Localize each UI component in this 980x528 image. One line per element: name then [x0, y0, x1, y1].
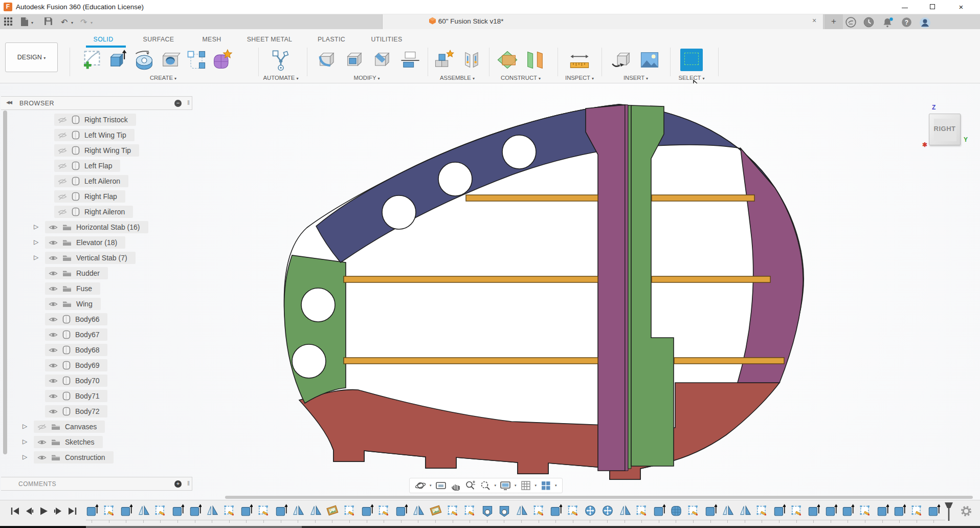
view-cube[interactable]: RIGHT	[929, 114, 961, 145]
browser-row[interactable]: Body70	[1, 373, 192, 388]
visibility-eye-off-icon[interactable]	[37, 424, 47, 430]
timeline-op-sketch-icon[interactable]	[464, 503, 476, 517]
browser-row[interactable]: Right Flap	[1, 189, 192, 204]
timeline-op-move-icon[interactable]	[584, 503, 596, 517]
visibility-eye-off-icon[interactable]	[58, 178, 67, 185]
timeline-op-extrude-icon[interactable]	[894, 503, 906, 517]
grid-settings-icon[interactable]	[520, 480, 531, 491]
grid-caret[interactable]: ▾	[535, 483, 537, 488]
visibility-eye-icon[interactable]	[49, 316, 58, 323]
zoom-window-caret[interactable]: ▾	[495, 483, 497, 488]
timeline-op-sketch-icon[interactable]	[567, 503, 580, 517]
timeline-op-sketch-icon[interactable]	[103, 503, 116, 517]
timeline-position-marker[interactable]	[944, 501, 954, 524]
expand-arrow-icon[interactable]: ▷	[34, 238, 38, 246]
timeline-op-extrude-icon[interactable]	[550, 503, 562, 517]
browser-row[interactable]: ▷Canvases	[1, 419, 192, 434]
browser-row[interactable]: Wing	[1, 296, 192, 312]
browser-row[interactable]: ▷Horizontal Stab (16)	[1, 219, 192, 235]
timeline-op-extrude-icon[interactable]	[172, 503, 184, 517]
browser-row[interactable]: Fuse	[1, 281, 192, 296]
look-at-icon[interactable]	[435, 480, 447, 491]
timeline-op-sketch-icon[interactable]	[636, 503, 648, 517]
expand-arrow-icon[interactable]: ▷	[23, 453, 27, 460]
browser-row[interactable]: Body69	[1, 358, 192, 373]
timeline-op-mirror-icon[interactable]	[206, 503, 218, 517]
timeline-op-mirror-icon[interactable]	[292, 503, 304, 517]
step-back-icon[interactable]	[25, 507, 34, 516]
timeline-op-sketch-icon[interactable]	[344, 503, 356, 517]
timeline-op-extrude-icon[interactable]	[877, 503, 889, 517]
timeline-op-sketch-icon[interactable]	[154, 503, 167, 517]
browser-row[interactable]: ▷Sketches	[1, 434, 192, 450]
visibility-eye-off-icon[interactable]	[58, 132, 67, 139]
visibility-eye-icon[interactable]	[37, 439, 47, 446]
browser-row[interactable]: ▷Elevator (18)	[1, 235, 192, 250]
timeline-op-form-icon[interactable]	[670, 503, 682, 517]
timeline-op-mirror-icon[interactable]	[516, 503, 528, 517]
visibility-eye-icon[interactable]	[49, 393, 58, 400]
timeline-op-hole-icon[interactable]	[498, 503, 510, 517]
visibility-eye-off-icon[interactable]	[58, 163, 67, 169]
expand-arrow-icon[interactable]: ▷	[34, 254, 38, 261]
visibility-eye-icon[interactable]	[37, 454, 47, 461]
browser-row[interactable]: Body66	[1, 312, 192, 327]
orbit-caret[interactable]: ▾	[430, 483, 432, 488]
timeline-op-sketch-icon[interactable]	[258, 503, 270, 517]
browser-row[interactable]: Body72	[1, 404, 192, 419]
browser-row[interactable]: Left Flap	[1, 158, 192, 173]
visibility-eye-icon[interactable]	[49, 224, 58, 231]
timeline-op-hole-icon[interactable]	[481, 503, 494, 517]
panel-drag-handle[interactable]: ‖	[187, 99, 190, 106]
browser-row[interactable]: Rudder	[1, 266, 192, 281]
timeline-op-sketch-icon[interactable]	[378, 503, 390, 517]
play-icon[interactable]	[39, 507, 49, 516]
browser-row[interactable]: Left Aileron	[1, 173, 192, 189]
browser-row[interactable]: Right Aileron	[1, 204, 192, 219]
timeline-op-extrude-icon[interactable]	[395, 503, 408, 517]
timeline-op-sketch-icon[interactable]	[756, 503, 768, 517]
timeline-op-extrude-icon[interactable]	[928, 503, 940, 517]
comments-drag-handle[interactable]: ‖	[187, 480, 190, 487]
pan-icon[interactable]	[450, 480, 461, 491]
timeline-op-extrude-icon[interactable]	[773, 503, 786, 517]
browser-row[interactable]: Body67	[1, 327, 192, 342]
timeline-op-mirror-icon[interactable]	[138, 503, 150, 517]
timeline-op-extrude-icon[interactable]	[240, 503, 253, 517]
timeline-op-canvas-icon[interactable]	[326, 503, 339, 517]
visibility-eye-icon[interactable]	[49, 255, 58, 261]
skip-to-end-icon[interactable]	[68, 507, 77, 516]
timeline-op-sketch-icon[interactable]	[911, 503, 923, 517]
browser-row[interactable]: Right Tristock	[1, 112, 192, 127]
browser-row[interactable]: Right Wing Tip	[1, 143, 192, 158]
visibility-eye-off-icon[interactable]	[58, 193, 67, 200]
browser-row[interactable]: ▷Construction	[1, 450, 192, 465]
timeline-op-extrude-icon[interactable]	[808, 503, 820, 517]
zoom-icon[interactable]	[465, 480, 476, 491]
timeline-settings-gear-icon[interactable]	[960, 504, 973, 518]
browser-header[interactable]: ◀◀ BROWSER − ‖	[1, 96, 192, 110]
timeline-op-mirror-icon[interactable]	[739, 503, 751, 517]
timeline-op-sketch-icon[interactable]	[224, 503, 236, 517]
viewports-icon[interactable]	[540, 480, 551, 491]
timeline-op-extrude-icon[interactable]	[653, 503, 665, 517]
timeline-op-move-icon[interactable]	[602, 503, 614, 517]
display-caret[interactable]: ▾	[515, 483, 517, 488]
timeline-op-extrude-icon[interactable]	[825, 503, 837, 517]
browser-scrollbar[interactable]	[3, 111, 7, 454]
expand-arrow-icon[interactable]: ▷	[23, 438, 27, 445]
visibility-eye-icon[interactable]	[49, 347, 58, 354]
add-comment-icon[interactable]: +	[174, 480, 182, 488]
timeline-op-sketch-icon[interactable]	[687, 503, 700, 517]
visibility-eye-icon[interactable]	[49, 362, 58, 369]
browser-row[interactable]: ▷Vertical Stab (7)	[1, 250, 192, 266]
timeline-op-mirror-icon[interactable]	[722, 503, 734, 517]
visibility-eye-off-icon[interactable]	[58, 209, 67, 215]
timeline-op-extrude-icon[interactable]	[705, 503, 717, 517]
visibility-eye-icon[interactable]	[49, 285, 58, 292]
timeline-op-sketch-icon[interactable]	[533, 503, 545, 517]
display-settings-icon[interactable]	[500, 480, 511, 491]
timeline-op-extrude-icon[interactable]	[86, 503, 98, 517]
timeline-op-sketch-icon[interactable]	[447, 503, 459, 517]
orbit-icon[interactable]	[415, 480, 426, 491]
